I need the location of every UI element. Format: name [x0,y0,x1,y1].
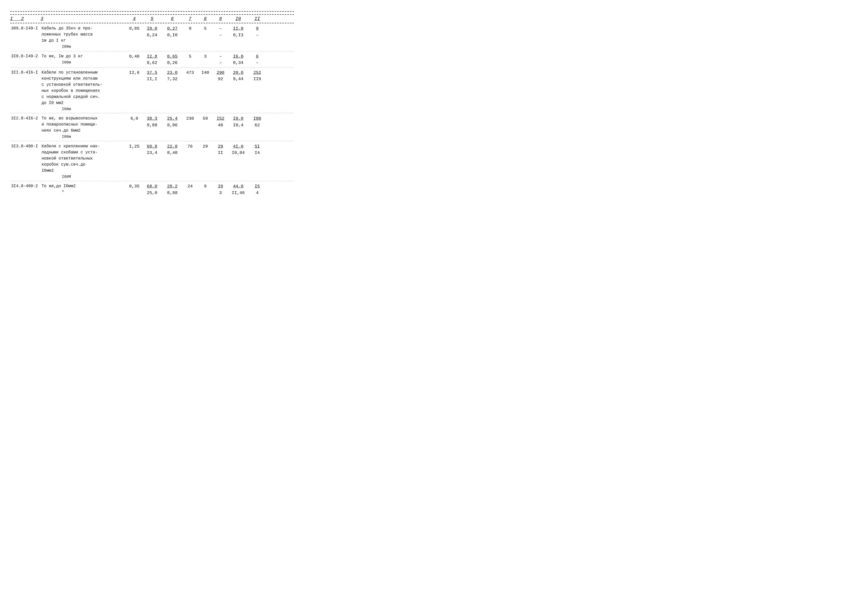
col11-cell: 252II9 [248,69,266,83]
col11-cell: 6– [248,53,266,67]
col-header-4: 4 [127,16,142,21]
col9-cell: –– [213,25,228,39]
col6-cell: 0,270,I0 [162,25,182,39]
col7-cell: 5 [182,53,198,60]
code-cell: 309.8-I49-I [10,25,41,32]
col11-cell: 5II4 [248,143,266,157]
col8-cell: 3 [198,53,213,60]
table-row: 309.8-I49-IКабель до 35кч в про-ложенных… [10,23,294,51]
table-row: 3I2.8-4I6-2То же, во взрывоопасныхи пожа… [10,113,294,141]
desc-cell: То же, Iм до 3 кгI00м [41,53,127,66]
col9-cell: I03 [213,183,228,197]
col-header-10: I0 [228,16,248,21]
desc-cell: То же,до I6мм2" [41,183,127,196]
col4-cell: 0,85 [127,25,142,32]
col5-cell: 37,5II,I [142,69,162,83]
desc-cell: То же, во взрывоопасныхи пожароопасных п… [41,115,127,140]
col9-cell: 29092 [213,69,228,83]
code-cell: 3I2.8-4I6-2 [10,115,41,122]
col10-cell: 20,09,44 [228,69,248,83]
col7-cell: 24 [182,183,198,190]
col8-cell: 29 [198,143,213,151]
col-header-5: 5 [142,16,162,21]
table-body: 309.8-I49-IКабель до 35кч в про-ложенных… [10,23,294,197]
col7-cell: 9 [182,25,198,32]
col10-cell: I8,0I0,4 [228,115,248,129]
col4-cell: 6,0 [127,115,142,122]
col10-cell: II,00,I3 [228,25,248,39]
col6-cell: 0,650,26 [162,53,182,67]
col8-cell: 5 [198,25,213,32]
col7-cell: 230 [182,115,198,122]
col7-cell: 473 [182,69,198,77]
col-header-8: 8 [198,16,213,21]
desc-cell: Кабель до 35кч в про-ложенных трубах мас… [41,25,127,50]
desc-cell: Кабели с креплением нак-ладными скобами … [41,143,127,181]
col6-cell: 23,07,32 [162,69,182,83]
col7-cell: 76 [182,143,198,151]
col5-cell: 38,39,88 [142,115,162,129]
col11-cell: I54 [248,183,266,197]
col11-cell: 9– [248,25,266,39]
col6-cell: 25,48,06 [162,115,182,129]
table-row: 3I0.8-I49-2То же, Iм до 3 кгI00м0,40I2,8… [10,51,294,68]
col-header-3: 3 [41,16,127,21]
col4-cell: 0,35 [127,183,142,190]
col4-cell: I,25 [127,143,142,151]
col5-cell: I2,88,62 [142,53,162,67]
col6-cell: 28,28,88 [162,183,182,197]
col9-cell: 29II [213,143,228,157]
table-row: 3I4.8-400-2То же,до I6мм2"0,3568,025,028… [10,181,294,197]
col8-cell: I40 [198,69,213,77]
col8-cell: 59 [198,115,213,122]
col-header-6: 6 [162,16,182,21]
col11-cell: I0862 [248,115,266,129]
code-cell: 3I4.8-400-2 [10,183,41,190]
code-cell: 3II.8-4I6-I [10,69,41,76]
table-row: 3I3.8-400-IКабели с креплением нак-ладны… [10,141,294,181]
desc-cell: Кабели по установленнымконструкциям или … [41,69,127,113]
col9-cell: I5248 [213,115,228,129]
code-cell: 3I3.8-400-I [10,143,41,150]
col-header-7: 7 [182,16,198,21]
col4-cell: 0,40 [127,53,142,60]
col-header-11: II [248,16,266,21]
table-row: 3II.8-4I6-IКабели по установленнымконстр… [10,68,294,114]
col5-cell: 60,823,4 [142,143,162,157]
col4-cell: I2,6 [127,69,142,77]
col6-cell: 22,88,40 [162,143,182,157]
column-headers: I 2 3 4 5 6 7 8 9 I0 II [10,14,294,23]
col5-cell: 68,025,0 [142,183,162,197]
col9-cell: –– [213,53,228,67]
col10-cell: 4I,0I0,84 [228,143,248,157]
col10-cell: I6,00,34 [228,53,248,67]
col8-cell: 9 [198,183,213,190]
code-cell: 3I0.8-I49-2 [10,53,41,60]
col10-cell: 44,0II,46 [228,183,248,197]
col5-cell: I0,06,24 [142,25,162,39]
col-header-1: I 2 [10,16,41,21]
top-dashed-line [10,11,294,12]
col-header-9: 9 [213,16,228,21]
